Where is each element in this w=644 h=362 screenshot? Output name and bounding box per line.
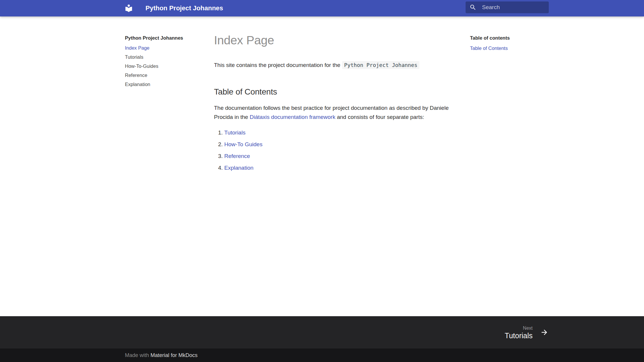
list-link-tutorials[interactable]: Tutorials [224, 129, 245, 136]
sidebar-item-explanation[interactable]: Explanation [125, 80, 204, 89]
body-text-line2-suffix: and consists of four separate parts: [335, 114, 424, 120]
sidebar-item-index-page[interactable]: Index Page [125, 43, 204, 53]
list-item: Tutorials [224, 128, 490, 137]
made-with-prefix: Made with [125, 352, 150, 358]
body-text-line2-prefix: Procida in the [214, 114, 250, 120]
site-title[interactable]: Python Project Johannes [145, 0, 223, 16]
footer-next-text: Next Tutorials [505, 325, 533, 340]
list-item: Explanation [224, 164, 490, 172]
search-icon [469, 4, 476, 11]
arrow-right-icon [540, 328, 548, 336]
list-link-reference[interactable]: Reference [224, 153, 250, 159]
body-text-line1: The documentation follows the best pract… [214, 105, 449, 111]
page: Python Project Johannes Python Project J… [0, 0, 644, 362]
search-input[interactable] [481, 1, 546, 13]
footer-next-title: Tutorials [505, 331, 533, 340]
sidebar-nav-list: Index Page Tutorials How-To-Guides Refer… [125, 43, 204, 89]
site-logo-icon[interactable] [124, 4, 133, 13]
section-heading: Table of Contents [214, 87, 490, 97]
list-item: Reference [224, 152, 490, 161]
intro-text: This site contains the project documenta… [214, 62, 340, 68]
list-item: How-To Guides [224, 140, 490, 149]
inline-code: Python Project Johannes [342, 61, 419, 69]
header: Python Project Johannes [0, 0, 644, 16]
sidebar-item-tutorials[interactable]: Tutorials [125, 53, 204, 62]
list-link-how-to-guides[interactable]: How-To Guides [224, 141, 262, 147]
body-paragraph: The documentation follows the best pract… [214, 103, 490, 122]
mkdocs-brand-link[interactable]: Material for MkDocs [150, 352, 198, 358]
made-with-text: Made with Material for MkDocs [125, 348, 198, 362]
sidebar-item-reference[interactable]: Reference [125, 71, 204, 80]
main-content: Index Page This site contains the projec… [214, 0, 490, 175]
footer-meta: Made with Material for MkDocs [0, 348, 644, 362]
footer-next-link[interactable]: Next Tutorials [505, 316, 548, 348]
footer-next-label: Next [523, 325, 533, 331]
search-box[interactable] [466, 1, 549, 13]
sidebar-item-how-to-guides[interactable]: How-To-Guides [125, 62, 204, 71]
list-link-explanation[interactable]: Explanation [224, 165, 253, 171]
page-title: Index Page [214, 33, 490, 48]
sidebar-title: Python Project Johannes [125, 35, 204, 41]
intro-paragraph: This site contains the project documenta… [214, 61, 490, 70]
footer: Next Tutorials [0, 316, 644, 348]
parts-list: Tutorials How-To Guides Reference Explan… [214, 128, 490, 172]
diataxis-framework-link[interactable]: Diátaxis documentation framework [250, 114, 335, 120]
